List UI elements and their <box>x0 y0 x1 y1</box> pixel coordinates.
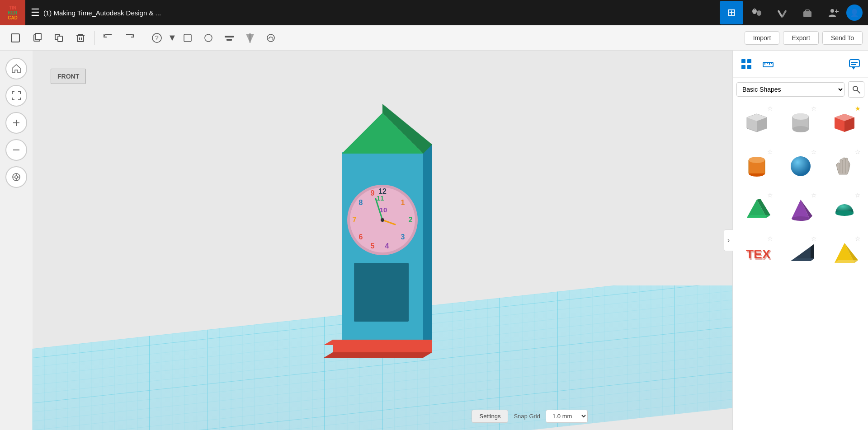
toolbar-right-actions: Import Export Send To <box>745 31 863 45</box>
star-half-sphere[interactable]: ☆ <box>855 192 861 199</box>
view-icons-area: ? ▼ <box>147 28 281 48</box>
panel-collapse-btn[interactable]: › <box>724 229 733 251</box>
shapes-search-button[interactable] <box>848 81 864 98</box>
snap-btn[interactable] <box>261 28 281 48</box>
new-shape-button[interactable] <box>5 28 25 48</box>
star-box-grey[interactable]: ☆ <box>767 105 773 112</box>
svg-point-97 <box>749 157 765 163</box>
shapes-grid-container: ☆ ☆ <box>733 99 868 430</box>
shape-item-cone-purple[interactable]: ☆ <box>780 190 821 229</box>
viewport[interactable]: FRONT <box>33 51 732 430</box>
document-icon: ☰ <box>31 7 40 19</box>
document-title[interactable]: (1) Making Time_Autodesk Design & ... <box>43 9 161 17</box>
snap-grid-label: Snap Grid <box>514 413 540 420</box>
export-button[interactable]: Export <box>783 31 818 45</box>
svg-text:9: 9 <box>371 189 375 197</box>
svg-point-65 <box>381 218 384 222</box>
svg-point-32 <box>15 176 18 178</box>
user-avatar[interactable]: 👤 <box>846 5 863 21</box>
svg-text:2: 2 <box>409 216 413 224</box>
logo[interactable]: TIN KER CAD <box>0 0 25 25</box>
shape-item-hands[interactable]: ☆ <box>824 146 864 186</box>
svg-rect-68 <box>741 59 745 63</box>
svg-marker-78 <box>852 67 855 70</box>
svg-rect-22 <box>225 36 234 37</box>
import-button[interactable]: Import <box>745 31 780 45</box>
toolbar-separator-1 <box>94 31 94 45</box>
svg-point-110 <box>792 216 810 221</box>
shape-item-cylinder-grey[interactable]: ☆ <box>780 103 821 143</box>
fit-all-btn[interactable] <box>5 85 27 107</box>
delete-button[interactable] <box>71 28 90 48</box>
panel-comment-icon[interactable] <box>844 54 864 74</box>
star-pyramid-yellow[interactable]: ☆ <box>855 235 861 242</box>
svg-text:TEXT: TEXT <box>747 248 771 262</box>
svg-rect-14 <box>58 36 62 42</box>
svg-point-21 <box>205 34 212 42</box>
star-pyramid-green[interactable]: ☆ <box>767 192 773 199</box>
star-wedge[interactable]: ☆ <box>811 235 817 242</box>
shape-item-sphere[interactable]: ☆ <box>780 146 821 186</box>
svg-rect-15 <box>77 36 84 42</box>
clock-tower-3d: 12 1 2 3 4 5 6 7 8 9 10 11 <box>306 87 459 362</box>
svg-text:6: 6 <box>359 233 363 241</box>
tools-btn[interactable] <box>770 1 794 24</box>
shapes-category-select[interactable]: Basic Shapes Letters Connectors Creature… <box>736 82 844 97</box>
briefcase-btn[interactable] <box>796 1 819 24</box>
gallery-btn[interactable] <box>745 1 769 24</box>
add-person-btn[interactable] <box>821 1 844 24</box>
svg-rect-69 <box>747 59 751 63</box>
zoom-in-btn[interactable] <box>5 112 27 134</box>
svg-line-82 <box>857 90 860 93</box>
shape-item-pyramid-yellow[interactable]: ☆ <box>824 233 864 273</box>
zoom-out-btn[interactable] <box>5 139 27 161</box>
outline-view-btn[interactable] <box>178 28 198 48</box>
star-hands[interactable]: ☆ <box>855 148 861 155</box>
shape-item-box-red[interactable]: ★ <box>824 103 864 143</box>
hint-button[interactable]: ? <box>147 28 167 48</box>
star-cylinder-orange[interactable]: ☆ <box>767 148 773 155</box>
copy-button[interactable] <box>27 28 47 48</box>
svg-point-7 <box>830 9 834 13</box>
svg-point-100 <box>791 156 811 176</box>
star-cone-purple[interactable]: ☆ <box>811 192 817 199</box>
align-btn[interactable] <box>219 28 239 48</box>
right-panel: › Basic Shapes <box>732 51 868 430</box>
shape-item-half-sphere[interactable]: ☆ <box>824 190 864 229</box>
svg-marker-43 <box>324 340 432 345</box>
solid-view-btn[interactable] <box>198 28 218 48</box>
star-sphere[interactable]: ☆ <box>811 148 817 155</box>
svg-rect-20 <box>184 34 191 42</box>
panel-ruler-icon[interactable] <box>758 54 778 74</box>
svg-rect-10 <box>11 34 19 42</box>
svg-rect-70 <box>741 65 745 69</box>
svg-point-1 <box>757 10 761 16</box>
shape-item-wedge[interactable]: ☆ <box>780 233 821 273</box>
star-cylinder-grey[interactable]: ☆ <box>811 105 817 112</box>
hint-dropdown-btn[interactable]: ▼ <box>168 28 177 48</box>
orthographic-btn[interactable] <box>5 166 27 188</box>
settings-button[interactable]: Settings <box>472 410 508 423</box>
home-view-btn[interactable] <box>5 58 27 79</box>
shape-item-box-grey[interactable]: ☆ <box>736 103 777 143</box>
svg-point-2 <box>754 8 755 10</box>
send-to-button[interactable]: Send To <box>822 31 863 45</box>
snap-grid-select[interactable]: 0.1 mm 0.25 mm 0.5 mm 1.0 mm 2.0 mm 5.0 … <box>546 410 588 423</box>
duplicate-button[interactable] <box>49 28 69 48</box>
star-box-red[interactable]: ★ <box>855 105 861 112</box>
svg-marker-45 <box>423 143 432 340</box>
svg-text:4: 4 <box>385 242 389 250</box>
redo-button[interactable] <box>120 28 140 48</box>
mirror-btn[interactable] <box>240 28 260 48</box>
panel-grid-icon[interactable] <box>736 54 756 74</box>
logo-text: TIN KER CAD <box>8 5 18 20</box>
svg-marker-42 <box>324 352 432 358</box>
shape-item-cylinder-orange[interactable]: ☆ <box>736 146 777 186</box>
shapes-grid: ☆ ☆ <box>736 101 864 275</box>
undo-button[interactable] <box>98 28 118 48</box>
shape-item-pyramid-green[interactable]: ☆ <box>736 190 777 229</box>
star-text[interactable]: ☆ <box>767 235 773 242</box>
grid-view-btn[interactable]: ⊞ <box>720 1 743 24</box>
shape-item-text[interactable]: ☆ TEXT TEXT <box>736 233 777 273</box>
svg-marker-116 <box>791 258 814 261</box>
